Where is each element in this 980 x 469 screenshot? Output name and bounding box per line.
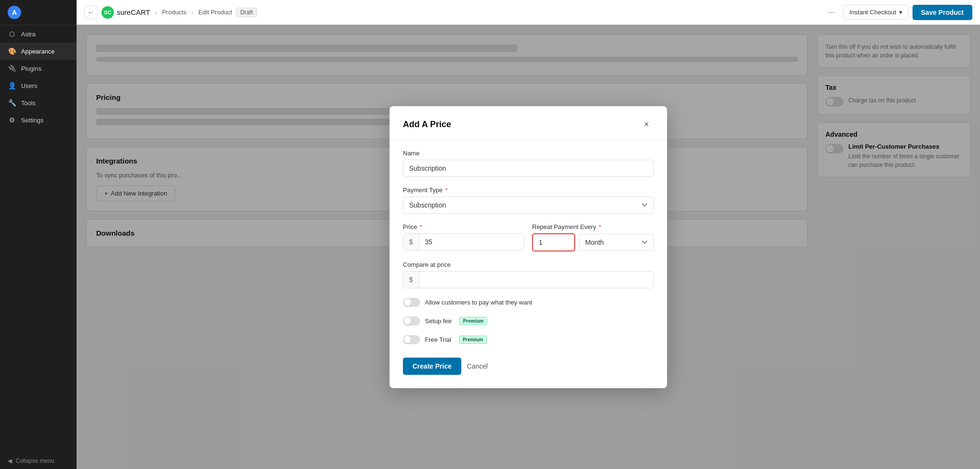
compare-price-label: Compare at price: [403, 261, 654, 268]
allow-pay-toggle[interactable]: [403, 298, 420, 307]
add-price-modal: Add A Price × Name Payment Type *: [390, 106, 667, 388]
price-prefix: $: [403, 234, 419, 250]
plugins-icon: 🔌: [8, 65, 16, 72]
sidebar: A ⬡ Astra 🎨 Appearance 🔌 Plugins 👤 Users…: [0, 0, 77, 469]
repeat-unit-select[interactable]: Day Week Month Year: [579, 234, 654, 251]
sidebar-item-plugins[interactable]: 🔌 Plugins: [0, 60, 77, 77]
settings-icon: ⚙: [8, 116, 16, 124]
brand-name: sureCART: [117, 8, 150, 16]
setup-fee-row: Setup fee Premium: [403, 316, 654, 326]
required-marker: *: [445, 186, 448, 194]
compare-prefix: $: [403, 272, 419, 288]
free-trial-badge: Premium: [459, 336, 487, 344]
topbar: ← SC sureCART › Products › Edit Product …: [77, 0, 980, 25]
modal-header: Add A Price ×: [390, 106, 667, 140]
sidebar-item-label: Plugins: [21, 65, 42, 72]
instant-checkout-button[interactable]: Instant Checkout ▾: [843, 5, 909, 20]
sidebar-item-label: Appearance: [21, 48, 55, 55]
collapse-icon: ◀: [8, 458, 12, 464]
price-input-wrapper: $: [403, 233, 524, 251]
sidebar-item-label: Tools: [21, 99, 35, 107]
name-input[interactable]: [403, 160, 654, 177]
cancel-button[interactable]: Cancel: [467, 358, 488, 375]
allow-pay-label: Allow customers to pay what they want: [425, 299, 532, 306]
payment-type-select[interactable]: One Time Subscription: [403, 196, 654, 214]
breadcrumb-sep-2: ›: [191, 9, 194, 16]
sidebar-item-appearance[interactable]: 🎨 Appearance: [0, 43, 77, 60]
create-price-button[interactable]: Create Price: [403, 358, 461, 375]
surecart-logo: SC: [101, 6, 114, 19]
brand-name-prefix: sure: [117, 8, 131, 16]
compare-price-wrapper: $: [403, 271, 654, 288]
brand: SC sureCART: [101, 6, 150, 19]
sidebar-item-settings[interactable]: ⚙ Settings: [0, 111, 77, 129]
users-icon: 👤: [8, 82, 16, 89]
brand-name-suffix: CART: [131, 8, 150, 16]
modal-footer: Create Price Cancel: [390, 358, 667, 388]
price-required: *: [420, 223, 422, 230]
sidebar-logo: A: [0, 0, 77, 25]
free-trial-label: Free Trial: [425, 336, 451, 343]
setup-fee-label: Setup fee: [425, 317, 452, 325]
name-field-group: Name: [403, 150, 654, 177]
compare-price-group: Compare at price $: [403, 261, 654, 288]
sidebar-item-users[interactable]: 👤 Users: [0, 77, 77, 94]
price-repeat-row: Price * $ Repeat Payment Every *: [403, 223, 654, 251]
setup-fee-toggle[interactable]: [403, 316, 420, 326]
sidebar-item-label: Settings: [21, 117, 44, 124]
save-product-button[interactable]: Save Product: [913, 5, 972, 20]
price-label: Price *: [403, 223, 524, 230]
main-content: ← SC sureCART › Products › Edit Product …: [77, 0, 980, 469]
modal-title: Add A Price: [403, 120, 451, 130]
repeat-group: Repeat Payment Every * Day Week Month Ye…: [532, 223, 654, 251]
back-button[interactable]: ←: [84, 6, 98, 19]
page-content: Pricing Integrations To sync purchases o…: [77, 25, 980, 469]
setup-fee-badge: Premium: [459, 317, 488, 325]
more-options-button[interactable]: ···: [824, 5, 839, 20]
repeat-number-input[interactable]: [532, 233, 575, 251]
sidebar-item-label: Users: [21, 82, 37, 89]
price-input[interactable]: [419, 234, 524, 250]
price-group: Price * $: [403, 223, 524, 251]
collapse-menu[interactable]: ◀ Collapse menu: [0, 453, 77, 469]
astra-logo-icon: A: [8, 6, 21, 19]
repeat-row: Day Week Month Year: [532, 233, 654, 251]
breadcrumb-sep-1: ›: [155, 9, 157, 16]
payment-type-label: Payment Type *: [403, 186, 654, 194]
allow-pay-row: Allow customers to pay what they want: [403, 298, 654, 307]
modal-body: Name Payment Type * One Time Subscriptio…: [390, 140, 667, 358]
name-label: Name: [403, 150, 654, 157]
breadcrumb-products[interactable]: Products: [162, 9, 186, 16]
modal-close-button[interactable]: ×: [639, 118, 654, 132]
draft-tag: Draft: [236, 8, 257, 17]
collapse-label: Collapse menu: [16, 458, 54, 464]
compare-price-input[interactable]: [419, 272, 653, 288]
tools-icon: 🔧: [8, 99, 16, 107]
repeat-label: Repeat Payment Every *: [532, 223, 654, 230]
sidebar-item-astra[interactable]: ⬡ Astra: [0, 25, 77, 43]
sidebar-item-label: Astra: [21, 31, 35, 38]
sidebar-item-tools[interactable]: 🔧 Tools: [0, 94, 77, 111]
payment-type-group: Payment Type * One Time Subscription: [403, 186, 654, 214]
chevron-down-icon: ▾: [899, 9, 902, 16]
instant-checkout-label: Instant Checkout: [849, 9, 896, 16]
repeat-required: *: [599, 223, 601, 230]
appearance-icon: 🎨: [8, 47, 16, 55]
breadcrumb-edit[interactable]: Edit Product: [198, 9, 232, 16]
free-trial-toggle[interactable]: [403, 335, 420, 344]
astra-icon: ⬡: [8, 30, 16, 38]
modal-overlay[interactable]: Add A Price × Name Payment Type *: [77, 25, 980, 469]
free-trial-row: Free Trial Premium: [403, 335, 654, 344]
